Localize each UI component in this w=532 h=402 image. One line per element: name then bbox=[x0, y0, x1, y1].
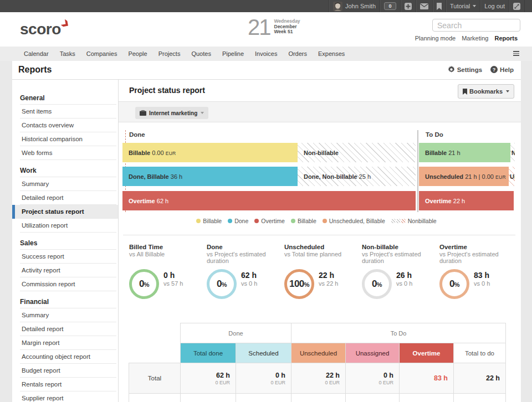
nav-items: CalendarTasksCompaniesPeopleProjectsQuot… bbox=[24, 50, 345, 57]
table-column-total-to-do: Total to do bbox=[454, 343, 506, 363]
sidebar-item-accounting-object-report[interactable]: Accounting object report bbox=[12, 350, 118, 364]
sidebar-item-project-status-report[interactable]: Project status report bbox=[12, 205, 118, 219]
nav-item-people[interactable]: People bbox=[128, 50, 147, 57]
nav-item-invoices[interactable]: Invoices bbox=[255, 50, 277, 57]
sidebar-item-detailed-report[interactable]: Detailed report bbox=[12, 322, 118, 336]
table-total-row: Total62 h0 EUR0 h0 EUR22 h0 EUR0 h0 EUR8… bbox=[129, 363, 506, 394]
nav-item-quotes[interactable]: Quotes bbox=[191, 50, 211, 57]
add-button[interactable] bbox=[400, 0, 416, 12]
logout-label: Log out bbox=[484, 3, 505, 9]
user-avatar bbox=[333, 2, 342, 11]
sidebar-item-rentals-report[interactable]: Rentals report bbox=[12, 378, 118, 391]
chart-bar: Done, Billable 36 h bbox=[122, 167, 298, 186]
legend-dot bbox=[291, 219, 295, 223]
kpi-gauge: 0% bbox=[129, 269, 159, 299]
total-cell-value: 22 h bbox=[291, 372, 340, 379]
kpi-gauge-row: 0%0 hvs 57 h bbox=[129, 269, 207, 299]
notification-badge-button[interactable]: 0 bbox=[380, 0, 400, 12]
sidebar-item-utilization-report[interactable]: Utilization report bbox=[12, 219, 118, 233]
messages-button[interactable] bbox=[416, 0, 432, 12]
sidebar-item-summary[interactable]: Summary bbox=[12, 308, 118, 322]
settings-button[interactable]: Settings bbox=[448, 66, 482, 73]
nav-item-orders[interactable]: Orders bbox=[288, 50, 307, 57]
total-cell-value: 22 h bbox=[454, 374, 500, 382]
sidebar-item-web-forms[interactable]: Web forms bbox=[12, 146, 118, 160]
chart-legend: BillableDoneOvertimeBillableUnscheduled,… bbox=[119, 218, 514, 224]
kpi-subtitle: vs All Billable bbox=[129, 251, 197, 264]
sidebar-item-success-report[interactable]: Success report bbox=[12, 250, 118, 264]
header-link-planning-mode[interactable]: Planning mode bbox=[415, 35, 456, 42]
notification-count: 0 bbox=[384, 2, 396, 10]
next-row-cell bbox=[454, 394, 506, 402]
sidebar-item-contacts-overview[interactable]: Contacts overview bbox=[12, 118, 118, 132]
nav-item-pipeline[interactable]: Pipeline bbox=[222, 50, 244, 57]
table-column-scheduled: Scheduled bbox=[236, 343, 291, 363]
sidebar-section-financial: Financial bbox=[12, 294, 118, 308]
kpi-values: 26 hvs 0 h bbox=[396, 271, 412, 287]
kpi-gauge: 0% bbox=[207, 269, 237, 299]
bar-label: Overtime 62 h bbox=[122, 198, 168, 204]
kpi-gauge: 0% bbox=[439, 269, 469, 299]
kpi-gauge-row: 0%83 hvs 0 h bbox=[439, 269, 517, 299]
report-main: Project status report Bookmarks Internet… bbox=[119, 80, 521, 402]
logout-button[interactable]: Log out bbox=[480, 0, 509, 12]
nav-item-calendar[interactable]: Calendar bbox=[24, 50, 49, 57]
sidebar-item-activity-report[interactable]: Activity report bbox=[12, 264, 118, 277]
sidebar-section-work: Work bbox=[12, 163, 118, 177]
report-header: Project status report Bookmarks bbox=[119, 80, 521, 102]
header-link-reports[interactable]: Reports bbox=[494, 35, 518, 42]
hatch-dot bbox=[391, 219, 396, 223]
legend-item-billable: Billable bbox=[196, 218, 222, 224]
sidebar-item-summary[interactable]: Summary bbox=[12, 177, 118, 191]
help-button[interactable]: ? Help bbox=[490, 66, 514, 73]
kpi-subtitle: vs Project's estimated duration bbox=[207, 251, 274, 264]
next-row-cell bbox=[129, 394, 181, 402]
kpi-vs-value: vs 57 h bbox=[163, 280, 183, 287]
sidebar-item-budget-report[interactable]: Budget report bbox=[12, 364, 118, 378]
chart-bar: Done, Non-billable 25 h bbox=[298, 167, 416, 186]
nav-item-projects[interactable]: Projects bbox=[158, 50, 181, 57]
bar-label: Non-billable bbox=[510, 150, 515, 156]
bar-unit: EUR bbox=[166, 151, 176, 156]
total-cell-sub: 0 EUR bbox=[236, 380, 285, 385]
filter-bar: Internet marketing bbox=[119, 102, 521, 122]
scoro-logo[interactable]: scoro bbox=[20, 18, 69, 40]
sidebar-item-commission-report[interactable]: Commission report bbox=[12, 277, 118, 291]
chart-bar: Billable 0.00 EUR bbox=[122, 143, 298, 162]
kpi-subtitle: vs Project's estimated duration bbox=[439, 251, 507, 264]
sidebar-item-sent-items[interactable]: Sent items bbox=[12, 105, 118, 118]
table-group-to-do: To Do bbox=[291, 323, 506, 343]
chart-bar: Unscheduled, Non-billable bbox=[509, 167, 515, 186]
legend-label: Unscheduled, Billable bbox=[329, 218, 385, 224]
kpi-values: 22 hvs 22 h bbox=[319, 271, 338, 287]
total-cell: 22 h0 EUR bbox=[291, 363, 346, 394]
sidebar-item-historical-comparison[interactable]: Historical comparison bbox=[12, 132, 118, 146]
nav-item-tasks[interactable]: Tasks bbox=[60, 50, 75, 57]
header-link-marketing[interactable]: Marketing bbox=[462, 35, 488, 42]
menu-button[interactable] bbox=[513, 51, 519, 56]
nav-item-companies[interactable]: Companies bbox=[86, 50, 117, 57]
fullscreen-button[interactable] bbox=[509, 0, 525, 12]
plus-icon bbox=[405, 3, 412, 10]
report-title: Project status report bbox=[129, 86, 205, 95]
bar-name: Non-billable bbox=[304, 150, 339, 156]
total-cell-value: 62 h bbox=[181, 372, 230, 379]
user-menu[interactable]: John Smith bbox=[329, 0, 380, 12]
kpi-value: 22 h bbox=[319, 271, 338, 280]
project-filter-chip[interactable]: Internet marketing bbox=[135, 107, 208, 119]
sidebar-item-supplier-report[interactable]: Supplier report bbox=[12, 391, 118, 402]
sidebar-item-detailed-report[interactable]: Detailed report bbox=[12, 191, 118, 205]
hatch-dot bbox=[401, 219, 406, 223]
bookmark-button[interactable] bbox=[432, 0, 446, 12]
bookmarks-button[interactable]: Bookmarks bbox=[458, 84, 514, 99]
legend-item-nonbillable: Nonbillable bbox=[391, 218, 437, 224]
svg-text:?: ? bbox=[493, 67, 496, 73]
table-group-done: Done bbox=[181, 323, 291, 343]
search-input[interactable] bbox=[432, 19, 520, 32]
logo-text: scoro bbox=[20, 22, 61, 37]
chart-bar: Non-billable bbox=[298, 143, 416, 162]
sidebar-item-margin-report[interactable]: Margin report bbox=[12, 336, 118, 350]
nav-item-expenses[interactable]: Expenses bbox=[318, 50, 345, 57]
table-next-row bbox=[129, 394, 506, 402]
tutorial-menu[interactable]: Tutorial bbox=[446, 0, 480, 12]
